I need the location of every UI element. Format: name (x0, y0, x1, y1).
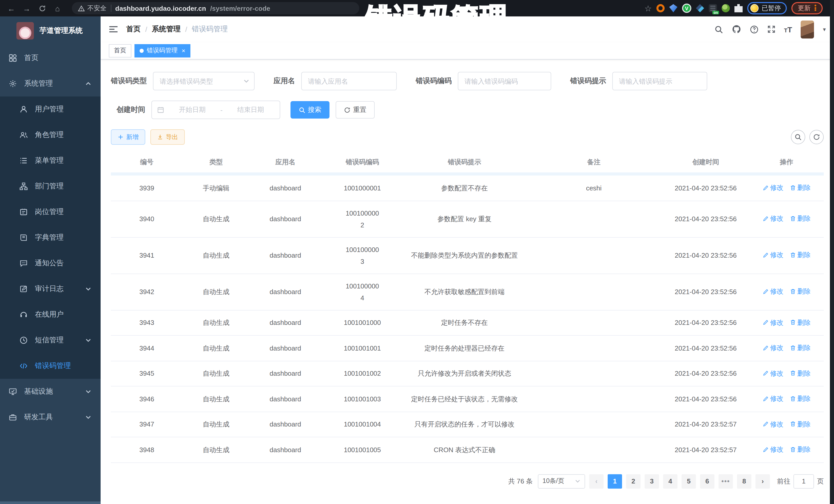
hamburger-icon[interactable] (109, 25, 118, 34)
user-avatar[interactable] (801, 20, 814, 38)
browser-menu-icon[interactable]: ••• (814, 5, 816, 12)
delete-link[interactable]: 删除 (790, 249, 811, 261)
sidebar-item-infrastructure[interactable]: 基础设施 (0, 379, 101, 404)
profile-paused-pill[interactable]: 已暂停 (747, 2, 787, 14)
edit-link[interactable]: 修改 (762, 182, 784, 194)
more-pages-button[interactable]: ••• (719, 474, 733, 488)
overlay-annotation-title: 错误码管理 (366, 0, 509, 36)
address-bar[interactable]: 不安全 dashboard.yudao.iocoder.cn/system/er… (72, 2, 359, 14)
delete-link[interactable]: 删除 (790, 213, 811, 224)
sidebar-item-dev-tools[interactable]: 研发工具 (0, 404, 101, 430)
trash-icon (790, 319, 796, 325)
sidebar-item-departments[interactable]: 部门管理 (0, 174, 101, 199)
edit-link[interactable]: 修改 (762, 249, 784, 261)
extension-diamond-icon[interactable] (696, 4, 704, 12)
sidebar-logo[interactable]: 芋道管理系统 (0, 17, 101, 45)
header-search-icon[interactable] (714, 25, 723, 34)
toggle-search-button[interactable] (791, 130, 805, 144)
sidebar-item-announcements[interactable]: 通知公告 (0, 250, 101, 276)
edit-link[interactable]: 修改 (762, 443, 784, 455)
error-type-select[interactable] (153, 72, 255, 90)
tag-error-code[interactable]: 错误码管理 × (134, 44, 191, 57)
browser-update-button[interactable]: 更新 ••• (792, 2, 823, 14)
delete-link[interactable]: 删除 (790, 182, 811, 194)
tag-home[interactable]: 首页 (109, 44, 131, 57)
bookmark-star-icon[interactable]: ☆ (644, 3, 652, 13)
extension-key-icon[interactable] (722, 4, 730, 12)
browser-back-icon[interactable]: ← (6, 4, 17, 12)
goto-page-input[interactable] (793, 474, 814, 488)
sidebar-item-online-users[interactable]: 在线用户 (0, 302, 101, 327)
page-button-5[interactable]: 5 (682, 474, 696, 488)
browser-forward-icon[interactable]: → (22, 4, 32, 12)
edit-link[interactable]: 修改 (762, 367, 784, 379)
reset-button[interactable]: 重置 (336, 101, 375, 118)
col-app: 应用名 (249, 153, 321, 172)
page-button-8[interactable]: 8 (737, 474, 751, 488)
trash-icon (790, 395, 796, 401)
tag-close-icon[interactable]: × (182, 47, 185, 54)
extension-gem-icon[interactable] (669, 4, 678, 12)
fullscreen-icon[interactable] (767, 25, 775, 34)
delete-link[interactable]: 删除 (790, 316, 811, 328)
prev-page-button[interactable]: ‹ (589, 474, 603, 488)
edit-link[interactable]: 修改 (762, 393, 784, 404)
page-button-1[interactable]: 1 (608, 474, 622, 488)
page-size-select[interactable]: 10条/页 (538, 474, 585, 488)
app-name-input[interactable] (301, 72, 397, 90)
code-icon (20, 362, 28, 370)
delete-link[interactable]: 删除 (790, 367, 811, 379)
error-type-select-input[interactable] (153, 72, 255, 90)
delete-link[interactable]: 删除 (790, 393, 811, 404)
browser-reload-icon[interactable] (37, 4, 47, 12)
edit-link[interactable]: 修改 (762, 213, 784, 224)
page-button-6[interactable]: 6 (700, 474, 715, 488)
avatar-caret-icon[interactable]: ▾ (823, 26, 826, 32)
help-icon[interactable] (750, 25, 758, 34)
sidebar-item-sms[interactable]: 短信管理 (0, 327, 101, 353)
add-button[interactable]: 新增 (111, 129, 145, 145)
search-button[interactable]: 搜索 (290, 101, 329, 118)
sidebar-item-roles[interactable]: 角色管理 (0, 122, 101, 148)
extension-green-icon[interactable]: V (682, 4, 691, 13)
extension-orange-icon[interactable] (656, 4, 665, 12)
refresh-table-button[interactable] (809, 130, 824, 144)
error-code-input[interactable] (458, 72, 551, 90)
page-button-4[interactable]: 4 (663, 474, 678, 488)
sidebar-item-audit-log[interactable]: 审计日志 (0, 276, 101, 302)
refresh-icon (813, 133, 820, 140)
edit-link[interactable]: 修改 (762, 342, 784, 354)
breadcrumb-home[interactable]: 首页 (126, 25, 140, 34)
delete-link[interactable]: 删除 (790, 286, 811, 298)
extension-grid-icon[interactable]: on (709, 4, 717, 12)
edit-link[interactable]: 修改 (762, 286, 784, 298)
sidebar-item-menus[interactable]: 菜单管理 (0, 148, 101, 174)
start-date-placeholder: 开始日期 (168, 105, 216, 114)
sidebar-item-error-code[interactable]: 错误码管理 (0, 353, 101, 379)
export-button[interactable]: 导出 (150, 129, 185, 145)
breadcrumb-section[interactable]: 系统管理 (152, 25, 181, 34)
browser-home-icon[interactable]: ⌂ (52, 4, 63, 12)
sidebar-item-dictionary[interactable]: 字典管理 (0, 225, 101, 250)
edit-link[interactable]: 修改 (762, 418, 784, 430)
delete-link[interactable]: 删除 (790, 443, 811, 455)
col-remark: 备注 (526, 153, 662, 172)
page-button-2[interactable]: 2 (626, 474, 640, 488)
edit-link[interactable]: 修改 (762, 316, 784, 328)
extensions-puzzle-icon[interactable] (734, 4, 743, 12)
window-scrollbar[interactable] (830, 0, 834, 504)
date-range-picker[interactable]: 开始日期 - 结束日期 (151, 101, 280, 119)
delete-link[interactable]: 删除 (790, 342, 811, 354)
sidebar-item-system[interactable]: 系统管理 (0, 71, 101, 96)
next-page-button[interactable]: › (755, 474, 770, 488)
error-hint-input[interactable] (612, 72, 707, 90)
sidebar-item-home[interactable]: 首页 (0, 45, 101, 71)
font-size-icon[interactable]: TT (784, 25, 792, 34)
github-icon[interactable] (731, 25, 741, 34)
delete-link[interactable]: 删除 (790, 418, 811, 430)
breadcrumb-separator: / (185, 25, 187, 34)
sidebar-item-positions[interactable]: 岗位管理 (0, 199, 101, 225)
sidebar-item-users[interactable]: 用户管理 (0, 96, 101, 122)
security-warning[interactable]: 不安全 (78, 4, 107, 13)
page-button-3[interactable]: 3 (644, 474, 659, 488)
